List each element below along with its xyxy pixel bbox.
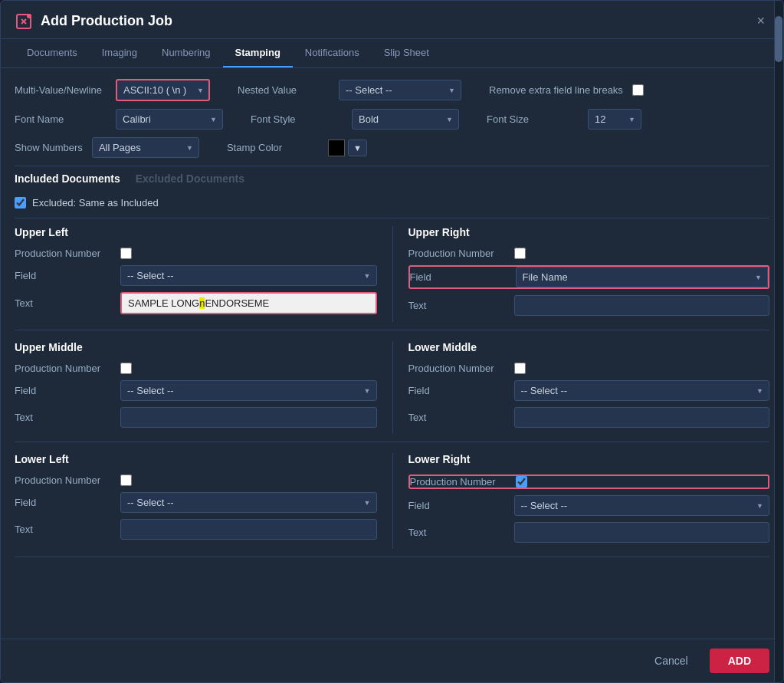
upper-middle-title: Upper Middle — [15, 341, 377, 356]
font-name-label: Font Name — [15, 113, 107, 125]
tab-slip-sheet[interactable]: Slip Sheet — [372, 39, 441, 67]
lower-right-field-row: Field -- Select -- — [408, 495, 770, 516]
lower-left-field-select[interactable]: -- Select -- — [120, 492, 377, 513]
lower-middle-prod-number-row: Production Number — [408, 363, 770, 374]
font-size-select-wrapper: 12 — [588, 109, 641, 130]
upper-right-prod-number-checkbox[interactable] — [514, 248, 526, 259]
lower-left-field-select-wrapper: -- Select -- — [120, 492, 377, 513]
upper-left-field-select[interactable]: -- Select -- — [120, 265, 377, 286]
lower-middle-title: Lower Middle — [408, 341, 770, 356]
tab-numbering[interactable]: Numbering — [149, 39, 223, 67]
upper-left-field-select-wrapper: -- Select -- — [120, 265, 377, 286]
upper-middle-text-label: Text — [15, 412, 114, 423]
upper-left-text-wrapper: SAMPLE LONGnENDORSEME — [120, 292, 377, 314]
upper-right-text-input[interactable] — [514, 295, 770, 316]
lower-right-prod-number-row: Production Number — [408, 474, 770, 489]
upper-right-field-row: Field File Name — [408, 265, 770, 289]
remove-breaks-label: Remove extra field line breaks — [489, 84, 623, 96]
lower-right-field-select-wrapper: -- Select -- — [514, 495, 770, 516]
color-swatch — [328, 140, 345, 156]
svg-point-1 — [27, 14, 31, 18]
tab-stamping[interactable]: Stamping — [223, 39, 293, 67]
row-font: Font Name Calibri Font Style Bold Font S… — [15, 109, 769, 130]
middle-section: Upper Middle Production Number Field -- … — [15, 341, 769, 442]
color-dropdown-button[interactable]: ▼ — [348, 140, 367, 156]
lower-middle-field-label: Field — [408, 385, 508, 396]
scrollbar-track — [774, 1, 783, 682]
lower-left-text-row: Text — [15, 519, 377, 540]
upper-left-field-row: Field -- Select -- — [15, 265, 377, 286]
lower-right-col: Lower Right Production Number Field -- S… — [392, 453, 770, 549]
lower-left-text-input[interactable] — [120, 519, 377, 540]
lower-middle-prod-number-checkbox[interactable] — [514, 363, 526, 374]
lower-middle-text-input[interactable] — [514, 407, 770, 428]
lower-left-prod-number-row: Production Number — [15, 474, 377, 486]
lower-left-prod-number-checkbox[interactable] — [120, 474, 132, 486]
show-numbers-select[interactable]: All Pages — [92, 137, 199, 158]
upper-left-text-input[interactable]: SAMPLE LONGnENDORSEME — [120, 292, 377, 314]
tab-notifications[interactable]: Notifications — [293, 39, 372, 67]
upper-middle-text-input[interactable] — [120, 407, 377, 428]
upper-middle-text-wrapper — [120, 407, 377, 428]
upper-right-field-select-wrapper: File Name — [516, 267, 769, 287]
upper-right-field-select[interactable]: File Name — [516, 267, 769, 287]
upper-middle-field-select-wrapper: -- Select -- — [120, 380, 377, 401]
lower-right-text-input[interactable] — [514, 522, 770, 543]
upper-middle-prod-number-checkbox[interactable] — [120, 363, 132, 374]
lower-right-prod-number-checkbox[interactable] — [516, 476, 527, 488]
upper-right-prod-number-row: Production Number — [408, 248, 770, 259]
lower-middle-text-wrapper — [514, 407, 770, 428]
upper-middle-text-row: Text — [15, 407, 377, 428]
tab-imaging[interactable]: Imaging — [90, 39, 149, 67]
upper-right-col: Upper Right Production Number Field File… — [392, 226, 770, 322]
upper-middle-field-label: Field — [15, 385, 114, 396]
font-size-select[interactable]: 12 — [588, 109, 641, 130]
cancel-button[interactable]: Cancel — [642, 649, 700, 673]
lower-right-text-row: Text — [408, 522, 770, 543]
dialog-header: Add Production Job × — [1, 1, 783, 39]
font-style-select-wrapper: Bold — [352, 109, 459, 130]
divider-1 — [15, 166, 769, 166]
lower-left-title: Lower Left — [15, 453, 377, 468]
upper-right-text-row: Text — [408, 295, 770, 316]
lower-right-field-select[interactable]: -- Select -- — [514, 495, 770, 516]
font-style-label: Font Style — [251, 113, 343, 125]
section-tab-included[interactable]: Included Documents — [15, 172, 120, 186]
font-name-select[interactable]: Calibri — [116, 109, 223, 130]
lower-middle-prod-number-label: Production Number — [408, 363, 508, 374]
lower-left-text-label: Text — [15, 524, 114, 535]
excluded-same-checkbox[interactable] — [15, 197, 26, 209]
tab-documents[interactable]: Documents — [15, 39, 90, 67]
lower-right-text-wrapper — [514, 522, 770, 543]
section-tab-excluded[interactable]: Excluded Documents — [136, 172, 244, 186]
lower-right-text-label: Text — [408, 527, 508, 538]
lower-left-field-label: Field — [15, 497, 114, 508]
add-button[interactable]: ADD — [710, 649, 769, 673]
upper-left-prod-number-row: Production Number — [15, 248, 377, 259]
upper-left-title: Upper Left — [15, 226, 377, 241]
stamp-sections: Upper Left Production Number Field -- Se… — [15, 218, 769, 557]
lower-middle-text-label: Text — [408, 412, 508, 423]
upper-right-prod-number-label: Production Number — [408, 248, 508, 259]
upper-middle-field-select[interactable]: -- Select -- — [120, 380, 377, 401]
lower-section: Lower Left Production Number Field -- Se… — [15, 453, 769, 557]
upper-left-prod-number-checkbox[interactable] — [120, 248, 132, 259]
excluded-same-label: Excluded: Same as Included — [32, 197, 159, 209]
multivalue-select[interactable]: ASCII:10 ( \n ) — [116, 79, 210, 101]
close-button[interactable]: × — [752, 11, 769, 31]
lower-left-prod-number-label: Production Number — [15, 474, 114, 486]
upper-left-col: Upper Left Production Number Field -- Se… — [15, 226, 392, 322]
upper-middle-prod-number-row: Production Number — [15, 363, 377, 374]
production-job-icon — [15, 12, 33, 31]
upper-right-text-wrapper — [514, 295, 770, 316]
font-style-select[interactable]: Bold — [352, 109, 459, 130]
upper-right-text-label: Text — [408, 300, 508, 311]
font-name-select-wrapper: Calibri — [116, 109, 223, 130]
upper-middle-field-row: Field -- Select -- — [15, 380, 377, 401]
scrollbar-thumb[interactable] — [775, 16, 782, 62]
remove-breaks-checkbox[interactable] — [632, 84, 644, 96]
dialog-footer: Cancel ADD — [1, 639, 783, 682]
tabs-bar: Documents Imaging Numbering Stamping Not… — [1, 39, 783, 68]
nested-select[interactable]: -- Select -- — [339, 80, 461, 100]
lower-middle-field-select[interactable]: -- Select -- — [514, 380, 770, 401]
